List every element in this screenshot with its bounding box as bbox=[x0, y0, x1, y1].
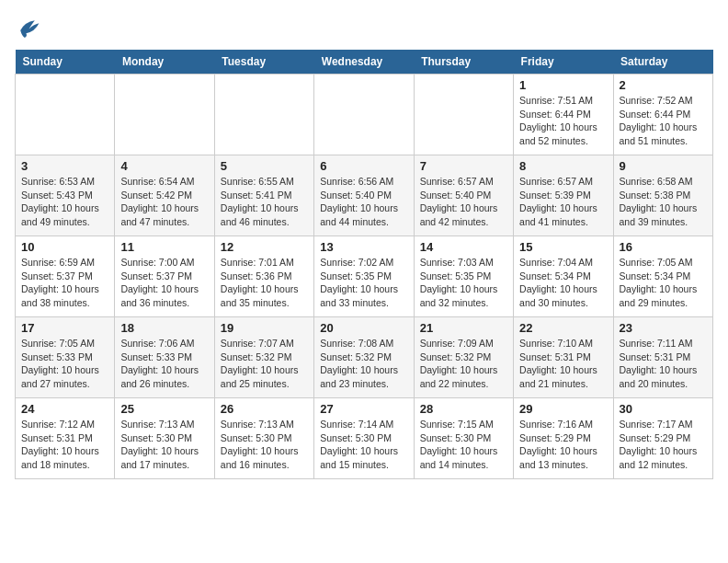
weekday-header: Sunday bbox=[16, 50, 115, 75]
day-number: 30 bbox=[620, 402, 707, 416]
day-number: 15 bbox=[519, 240, 607, 254]
day-number: 18 bbox=[120, 321, 208, 335]
calendar-cell: 8Sunrise: 6:57 AMSunset: 5:39 PMDaylight… bbox=[514, 155, 613, 236]
day-info: Sunrise: 7:02 AMSunset: 5:35 PMDaylight:… bbox=[320, 256, 407, 310]
day-number: 19 bbox=[221, 321, 308, 335]
day-number: 7 bbox=[420, 159, 507, 173]
day-number: 9 bbox=[620, 159, 707, 173]
calendar-cell: 6Sunrise: 6:56 AMSunset: 5:40 PMDaylight… bbox=[314, 155, 414, 236]
day-info: Sunrise: 6:55 AMSunset: 5:41 PMDaylight:… bbox=[221, 175, 308, 229]
calendar-cell: 7Sunrise: 6:57 AMSunset: 5:40 PMDaylight… bbox=[414, 155, 513, 236]
calendar-cell bbox=[115, 75, 214, 155]
day-info: Sunrise: 6:58 AMSunset: 5:38 PMDaylight:… bbox=[620, 175, 707, 229]
day-info: Sunrise: 7:51 AMSunset: 6:44 PMDaylight:… bbox=[519, 94, 607, 148]
day-info: Sunrise: 7:01 AMSunset: 5:36 PMDaylight:… bbox=[221, 256, 308, 310]
day-number: 10 bbox=[21, 240, 108, 254]
day-info: Sunrise: 7:17 AMSunset: 5:29 PMDaylight:… bbox=[620, 418, 707, 472]
day-number: 27 bbox=[320, 402, 407, 416]
day-info: Sunrise: 7:04 AMSunset: 5:34 PMDaylight:… bbox=[519, 256, 607, 310]
day-number: 22 bbox=[519, 321, 607, 335]
day-number: 3 bbox=[21, 159, 108, 173]
calendar-cell: 4Sunrise: 6:54 AMSunset: 5:42 PMDaylight… bbox=[115, 155, 214, 236]
calendar-cell: 24Sunrise: 7:12 AMSunset: 5:31 PMDayligh… bbox=[16, 398, 115, 479]
calendar-cell: 14Sunrise: 7:03 AMSunset: 5:35 PMDayligh… bbox=[414, 236, 513, 317]
day-info: Sunrise: 7:05 AMSunset: 5:33 PMDaylight:… bbox=[21, 337, 108, 391]
calendar-cell: 23Sunrise: 7:11 AMSunset: 5:31 PMDayligh… bbox=[613, 317, 712, 398]
day-info: Sunrise: 6:56 AMSunset: 5:40 PMDaylight:… bbox=[320, 175, 407, 229]
calendar-cell bbox=[414, 75, 513, 155]
calendar-cell bbox=[16, 75, 115, 155]
day-info: Sunrise: 6:57 AMSunset: 5:39 PMDaylight:… bbox=[519, 175, 607, 229]
day-number: 20 bbox=[320, 321, 407, 335]
day-info: Sunrise: 7:10 AMSunset: 5:31 PMDaylight:… bbox=[519, 337, 607, 391]
calendar-cell: 9Sunrise: 6:58 AMSunset: 5:38 PMDaylight… bbox=[613, 155, 712, 236]
day-info: Sunrise: 7:00 AMSunset: 5:37 PMDaylight:… bbox=[120, 256, 208, 310]
calendar-cell: 15Sunrise: 7:04 AMSunset: 5:34 PMDayligh… bbox=[514, 236, 613, 317]
calendar-table: SundayMondayTuesdayWednesdayThursdayFrid… bbox=[15, 50, 713, 479]
calendar-cell: 27Sunrise: 7:14 AMSunset: 5:30 PMDayligh… bbox=[314, 398, 414, 479]
day-info: Sunrise: 6:53 AMSunset: 5:43 PMDaylight:… bbox=[21, 175, 108, 229]
calendar-cell bbox=[214, 75, 313, 155]
calendar-week-row: 3Sunrise: 6:53 AMSunset: 5:43 PMDaylight… bbox=[16, 155, 713, 236]
day-info: Sunrise: 7:12 AMSunset: 5:31 PMDaylight:… bbox=[21, 418, 108, 472]
page-header bbox=[15, 15, 713, 40]
calendar-cell: 5Sunrise: 6:55 AMSunset: 5:41 PMDaylight… bbox=[214, 155, 313, 236]
weekday-header: Friday bbox=[514, 50, 613, 75]
day-number: 12 bbox=[221, 240, 308, 254]
day-info: Sunrise: 7:16 AMSunset: 5:29 PMDaylight:… bbox=[519, 418, 607, 472]
day-number: 23 bbox=[620, 321, 707, 335]
weekday-header: Monday bbox=[115, 50, 214, 75]
calendar-header-row: SundayMondayTuesdayWednesdayThursdayFrid… bbox=[16, 50, 713, 75]
day-number: 8 bbox=[519, 159, 607, 173]
day-number: 4 bbox=[120, 159, 208, 173]
day-number: 14 bbox=[420, 240, 507, 254]
day-number: 25 bbox=[120, 402, 208, 416]
day-info: Sunrise: 7:13 AMSunset: 5:30 PMDaylight:… bbox=[120, 418, 208, 472]
day-info: Sunrise: 6:57 AMSunset: 5:40 PMDaylight:… bbox=[420, 175, 507, 229]
calendar-cell: 28Sunrise: 7:15 AMSunset: 5:30 PMDayligh… bbox=[414, 398, 513, 479]
day-info: Sunrise: 7:05 AMSunset: 5:34 PMDaylight:… bbox=[620, 256, 707, 310]
day-info: Sunrise: 7:14 AMSunset: 5:30 PMDaylight:… bbox=[320, 418, 407, 472]
logo-icon bbox=[15, 15, 40, 40]
day-info: Sunrise: 7:52 AMSunset: 6:44 PMDaylight:… bbox=[620, 94, 707, 148]
day-number: 28 bbox=[420, 402, 507, 416]
day-number: 29 bbox=[519, 402, 607, 416]
day-number: 13 bbox=[320, 240, 407, 254]
weekday-header: Thursday bbox=[414, 50, 513, 75]
day-info: Sunrise: 7:15 AMSunset: 5:30 PMDaylight:… bbox=[420, 418, 507, 472]
day-info: Sunrise: 7:11 AMSunset: 5:31 PMDaylight:… bbox=[620, 337, 707, 391]
day-number: 5 bbox=[221, 159, 308, 173]
calendar-week-row: 10Sunrise: 6:59 AMSunset: 5:37 PMDayligh… bbox=[16, 236, 713, 317]
calendar-cell: 3Sunrise: 6:53 AMSunset: 5:43 PMDaylight… bbox=[16, 155, 115, 236]
calendar-week-row: 1Sunrise: 7:51 AMSunset: 6:44 PMDaylight… bbox=[16, 75, 713, 155]
day-info: Sunrise: 7:09 AMSunset: 5:32 PMDaylight:… bbox=[420, 337, 507, 391]
logo bbox=[15, 15, 44, 40]
weekday-header: Saturday bbox=[613, 50, 712, 75]
calendar-cell: 17Sunrise: 7:05 AMSunset: 5:33 PMDayligh… bbox=[16, 317, 115, 398]
calendar-cell: 16Sunrise: 7:05 AMSunset: 5:34 PMDayligh… bbox=[613, 236, 712, 317]
day-number: 16 bbox=[620, 240, 707, 254]
calendar-cell bbox=[314, 75, 414, 155]
calendar-cell: 22Sunrise: 7:10 AMSunset: 5:31 PMDayligh… bbox=[514, 317, 613, 398]
day-info: Sunrise: 7:07 AMSunset: 5:32 PMDaylight:… bbox=[221, 337, 308, 391]
calendar-cell: 1Sunrise: 7:51 AMSunset: 6:44 PMDaylight… bbox=[514, 75, 613, 155]
day-number: 26 bbox=[221, 402, 308, 416]
day-number: 11 bbox=[120, 240, 208, 254]
calendar-cell: 18Sunrise: 7:06 AMSunset: 5:33 PMDayligh… bbox=[115, 317, 214, 398]
calendar-cell: 11Sunrise: 7:00 AMSunset: 5:37 PMDayligh… bbox=[115, 236, 214, 317]
day-info: Sunrise: 7:08 AMSunset: 5:32 PMDaylight:… bbox=[320, 337, 407, 391]
calendar-cell: 12Sunrise: 7:01 AMSunset: 5:36 PMDayligh… bbox=[214, 236, 313, 317]
calendar-cell: 13Sunrise: 7:02 AMSunset: 5:35 PMDayligh… bbox=[314, 236, 414, 317]
calendar-cell: 21Sunrise: 7:09 AMSunset: 5:32 PMDayligh… bbox=[414, 317, 513, 398]
calendar-cell: 2Sunrise: 7:52 AMSunset: 6:44 PMDaylight… bbox=[613, 75, 712, 155]
day-number: 1 bbox=[519, 78, 607, 92]
day-number: 24 bbox=[21, 402, 108, 416]
calendar-cell: 30Sunrise: 7:17 AMSunset: 5:29 PMDayligh… bbox=[613, 398, 712, 479]
calendar-week-row: 24Sunrise: 7:12 AMSunset: 5:31 PMDayligh… bbox=[16, 398, 713, 479]
calendar-cell: 26Sunrise: 7:13 AMSunset: 5:30 PMDayligh… bbox=[214, 398, 313, 479]
calendar-week-row: 17Sunrise: 7:05 AMSunset: 5:33 PMDayligh… bbox=[16, 317, 713, 398]
day-info: Sunrise: 6:59 AMSunset: 5:37 PMDaylight:… bbox=[21, 256, 108, 310]
day-number: 2 bbox=[620, 78, 707, 92]
day-info: Sunrise: 6:54 AMSunset: 5:42 PMDaylight:… bbox=[120, 175, 208, 229]
day-info: Sunrise: 7:13 AMSunset: 5:30 PMDaylight:… bbox=[221, 418, 308, 472]
